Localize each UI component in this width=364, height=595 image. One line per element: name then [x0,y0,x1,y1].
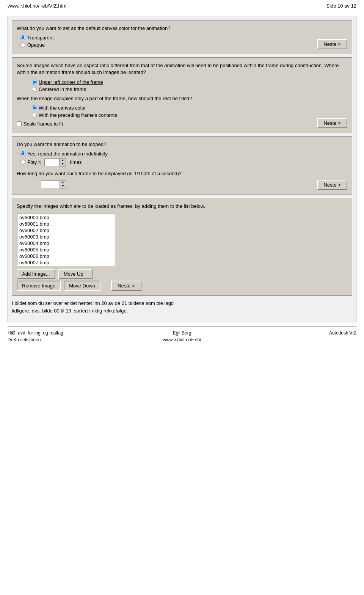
play-times-input[interactable]: 1 [44,159,60,166]
radio-opaque[interactable]: Opaque [20,42,347,48]
info-text: I bildet som du ser over er det hentet i… [12,300,352,314]
image-buttons-row-2: Remove Image Move Down Neste > [17,281,347,291]
radio-transparent[interactable]: Transparent [20,35,347,41]
neste-button-1[interactable]: Neste > [317,39,347,49]
spinner-down[interactable]: ▼ [60,162,66,166]
footer-left-line2: DeKo seksjonen [8,336,124,343]
remove-image-button[interactable]: Remove Image [17,281,61,291]
main-content: What do you want to set as the default c… [8,16,356,322]
neste-button-3[interactable]: Neste > [317,180,347,190]
radio-preceding[interactable]: With the preceding frame's contents [32,112,347,118]
list-item[interactable]: ov60002.bmp [18,227,114,234]
upper-left-label: Upper left corner of the frame [39,79,103,85]
frame-duration-row: 12 ▲ ▼ [39,180,347,188]
page-header: www.ir.hiof.no/~eb/VIZ.htm Side 10 av 12 [0,0,364,12]
list-item[interactable]: ov60000.bmp [18,214,114,221]
list-item[interactable]: ov60005.bmp [18,246,114,253]
times-label: times [70,159,82,165]
neste-button-2[interactable]: Neste > [317,118,347,128]
radio-yes-repeat[interactable]: Yes, repeat the animation indefinitely [20,151,347,157]
list-item[interactable]: ov60006.bmp [18,253,114,259]
move-up-button[interactable]: Move Up [58,269,93,279]
transparent-label: Transparent [27,35,54,41]
panel-image-position: Source images which have an aspect ratio… [12,57,352,133]
radio-centered[interactable]: Centered in the frame [32,86,347,92]
list-item[interactable]: ov60004.bmp [18,240,114,246]
page-footer: HiØ, avd. for ing. og realfag DeKo seksj… [8,326,356,343]
scale-frames-label: Scale frames to fit [24,121,63,127]
info-line1: I bildet som du ser over er det hentet i… [12,300,174,306]
radio-upper-left[interactable]: Upper left corner of the frame [32,79,347,85]
play-times-spinner[interactable]: 1 ▲ ▼ [44,158,66,166]
frame-spinner-buttons: ▲ ▼ [60,180,66,188]
panel3-question: Do you want the animation to be looped? [17,141,347,148]
panel1-question: What do you want to set as the default c… [17,25,347,32]
opaque-label: Opaque [27,42,45,48]
footer-right: Autodesk VIZ [240,330,356,343]
neste-button-4[interactable]: Neste > [111,281,141,291]
footer-left-line1: HiØ, avd. for ing. og realfag [8,330,124,336]
panel4-description: Specify the images which are to be loade… [17,203,347,210]
header-page-info: Side 10 av 12 [326,3,356,9]
panel-image-list: Specify the images which are to be loade… [12,198,352,296]
panel2-description: Source images which have an aspect ratio… [17,62,347,76]
footer-center-line2: www.ir.hiof.no/~eb/ [124,336,240,343]
footer-left: HiØ, avd. for ing. og realfag DeKo seksj… [8,330,124,343]
move-down-button[interactable]: Move Down [64,281,100,291]
frame-duration-spinner[interactable]: 12 ▲ ▼ [41,180,66,188]
centered-label: Centered in the frame [39,86,86,92]
footer-center: Egil Berg www.ir.hiof.no/~eb/ [124,330,240,343]
footer-right-line1: Autodesk VIZ [240,330,356,336]
list-item[interactable]: ov60007.bmp [18,259,114,266]
image-listbox[interactable]: ov60000.bmpov60001.bmpov60002.bmpov60003… [17,213,115,266]
panel-canvas-color: What do you want to set as the default c… [12,20,352,54]
list-item[interactable]: ov60003.bmp [18,234,114,240]
play-it-label: Play it [27,159,41,165]
spinner-buttons: ▲ ▼ [60,158,66,166]
radio-canvas-color[interactable]: With the canvas color [32,105,347,111]
preceding-label: With the preceding frame's contents [39,112,117,118]
frame-spinner-down[interactable]: ▼ [60,184,66,188]
panel-loop: Do you want the animation to be looped? … [12,136,352,195]
canvas-color-label: With the canvas color [39,105,86,111]
info-line2: tidligere, dvs. bilde 00 til 19, sortert… [12,308,128,314]
panel3-frame-question: How long do you want each frame to be di… [17,170,347,177]
panel2-fill-question: When the image occupies only a part of t… [17,95,347,102]
radio-play-it[interactable] [20,160,25,165]
image-buttons-row: Add Image... Move Up [17,269,347,279]
frame-spinner-up[interactable]: ▲ [60,181,66,184]
checkbox-scale-frames[interactable]: Scale frames to fit [17,121,347,127]
play-it-row: Play it 1 ▲ ▼ times [20,158,347,166]
list-item[interactable]: ov60001.bmp [18,221,114,227]
spinner-up[interactable]: ▲ [60,159,66,162]
yes-repeat-label: Yes, repeat the animation indefinitely [27,151,108,157]
frame-duration-input[interactable]: 12 [41,181,60,188]
header-url: www.ir.hiof.no/~eb/VIZ.htm [8,3,66,9]
footer-center-line1: Egil Berg [124,330,240,336]
add-image-button[interactable]: Add Image... [17,269,55,279]
